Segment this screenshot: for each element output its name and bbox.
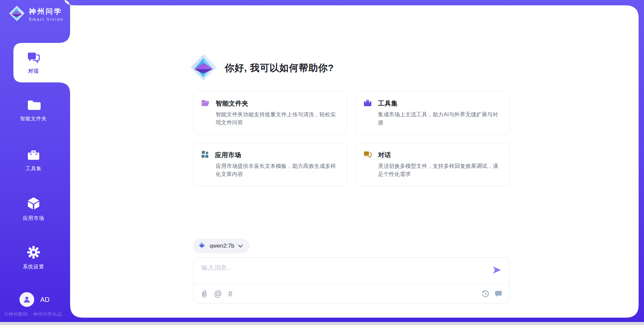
grid-icon [201, 150, 209, 160]
greeting-text: 你好, 我可以如何帮助你? [225, 62, 334, 74]
brand-diamond-icon [190, 54, 217, 82]
folder-icon [26, 99, 41, 113]
card-description: 应用市场提供丰富长文本模板，助力高效生成多样化文章内容 [216, 162, 340, 178]
card-chat[interactable]: 对话 灵活切换多模型文件，支持多样回复效果调试，满足个性化需求 [356, 143, 510, 186]
sidebar-item-settings[interactable]: 系统设置 [0, 245, 67, 270]
card-title: 智能文件夹 [216, 99, 249, 108]
chat-icon [26, 51, 41, 66]
user-profile[interactable]: AD [19, 292, 50, 307]
hash-icon[interactable]: # [228, 290, 232, 298]
card-title: 应用市场 [215, 151, 241, 159]
toolbox-icon [26, 148, 41, 162]
sidebar-item-chat[interactable]: 对话 [13, 43, 54, 82]
toolbox-icon [363, 99, 372, 108]
message-composer: @ # [193, 257, 510, 304]
sidebar: 神州问学 Smart Vision 对话 智能文件夹 [0, 0, 70, 325]
model-selector[interactable]: qwen2:7b [193, 239, 250, 253]
card-app-market[interactable]: 应用市场 应用市场提供丰富长文本模板，助力高效生成多样化文章内容 [193, 143, 347, 186]
copyright-text: ©神州数码 · 神州问学出品 [5, 311, 62, 317]
sidebar-item-label: 对话 [28, 68, 39, 74]
sidebar-item-label: 应用市场 [23, 215, 44, 221]
history-icon[interactable] [482, 290, 489, 298]
window-bottom-edge [0, 322, 644, 325]
composer-toolbar: @ # [194, 284, 509, 303]
card-description: 智能文件夹功能支持批量文件上传与清洗，轻松实现文件问答 [216, 111, 340, 127]
main-content: 你好, 我可以如何帮助你? 智能文件夹 智能文件夹功能支持批量文件上传与清洗，轻… [193, 0, 510, 325]
sidebar-item-toolset[interactable]: 工具集 [0, 148, 67, 172]
user-initials: AD [40, 296, 50, 304]
shortcut-cards: 智能文件夹 智能文件夹功能支持批量文件上传与清洗，轻松实现文件问答 工具集 集成… [193, 91, 510, 186]
brand: 神州问学 Smart Vision [9, 5, 64, 23]
sidebar-item-label: 工具集 [25, 166, 42, 172]
brand-subtitle: Smart Vision [29, 17, 64, 22]
send-icon[interactable] [492, 265, 502, 275]
avatar [19, 292, 34, 307]
greeting: 你好, 我可以如何帮助你? [190, 54, 334, 82]
message-icon[interactable] [495, 290, 502, 297]
cube-icon [26, 196, 41, 212]
sidebar-item-smart-folder[interactable]: 智能文件夹 [0, 99, 67, 122]
brand-name: 神州问学 [29, 7, 64, 16]
card-smart-folder[interactable]: 智能文件夹 智能文件夹功能支持批量文件上传与清洗，轻松实现文件问答 [193, 91, 347, 135]
paperclip-icon[interactable] [201, 290, 208, 298]
card-title: 工具集 [378, 99, 398, 108]
model-name: qwen2:7b [210, 243, 234, 249]
chat-icon [363, 150, 372, 160]
person-icon [22, 295, 31, 304]
brand-diamond-icon [9, 5, 25, 23]
gear-icon [26, 245, 41, 261]
sidebar-item-label: 系统设置 [23, 264, 44, 270]
message-input[interactable] [194, 258, 455, 283]
card-toolset[interactable]: 工具集 集成市场上主流工具，助力AI与外界无缝扩展与对接 [356, 91, 510, 135]
brand-diamond-icon [198, 241, 206, 251]
chevron-down-icon [238, 243, 243, 249]
sidebar-item-app-market[interactable]: 应用市场 [0, 196, 67, 221]
mention-icon[interactable]: @ [214, 290, 222, 298]
folder-open-icon [201, 99, 210, 108]
sidebar-item-label: 智能文件夹 [20, 116, 47, 122]
card-description: 集成市场上主流工具，助力AI与外界无缝扩展与对接 [378, 111, 502, 127]
card-title: 对话 [378, 151, 391, 159]
card-description: 灵活切换多模型文件，支持多样回复效果调试，满足个性化需求 [378, 162, 502, 178]
